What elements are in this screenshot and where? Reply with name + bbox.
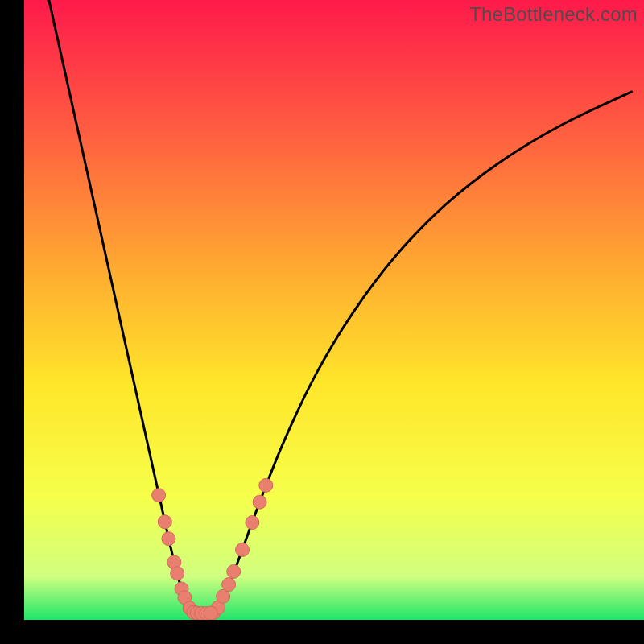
data-marker-right xyxy=(246,516,259,530)
chart-frame: TheBottleneck.com xyxy=(24,0,644,620)
data-marker-right xyxy=(259,478,273,492)
data-marker-left xyxy=(152,489,166,502)
data-marker-right xyxy=(227,564,241,578)
data-marker-right xyxy=(253,495,266,509)
data-marker-left xyxy=(171,567,184,580)
watermark-text: TheBottleneck.com xyxy=(469,3,638,26)
data-marker-left xyxy=(162,532,175,546)
data-marker-right xyxy=(222,578,236,592)
bottleneck-curve xyxy=(49,0,632,613)
plot-area xyxy=(24,0,644,620)
data-marker-left xyxy=(158,515,171,529)
data-marker-right xyxy=(236,543,250,556)
data-marker-bottom xyxy=(204,606,217,620)
